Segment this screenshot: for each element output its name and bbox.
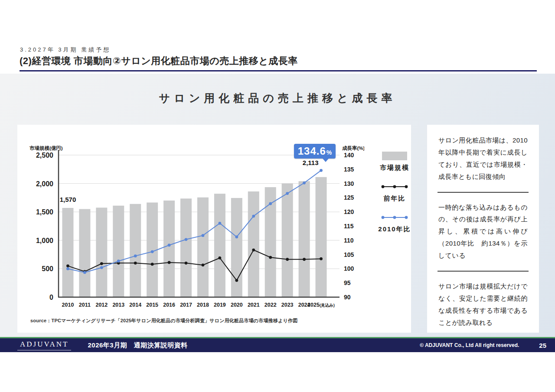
svg-text:2012: 2012 (95, 302, 108, 308)
svg-text:110: 110 (344, 237, 354, 244)
svg-text:500: 500 (42, 265, 53, 272)
page-title: (2)経営環境 市場動向②サロン用化粧品市場の売上推移と成長率 (20, 55, 298, 68)
svg-text:140: 140 (344, 152, 354, 159)
footer-document-title: 2026年3月期 通期決算説明資料 (88, 341, 187, 350)
page-number: 25 (539, 342, 546, 349)
growth-callout-value: 134.6 (298, 145, 326, 157)
svg-text:2017: 2017 (180, 302, 192, 308)
svg-text:2016: 2016 (163, 302, 175, 308)
svg-text:2025(見込み): 2025(見込み) (307, 302, 335, 308)
legend-line-swatch-yoy (379, 184, 410, 189)
legend-bar-swatch (382, 152, 407, 160)
svg-text:2019: 2019 (214, 302, 226, 308)
svg-text:2011: 2011 (79, 302, 91, 308)
svg-text:2014: 2014 (129, 302, 141, 308)
svg-text:2,000: 2,000 (36, 180, 53, 188)
growth-callout-unit: % (326, 149, 332, 156)
svg-text:成長率(%): 成長率(%) (342, 145, 364, 151)
svg-text:105: 105 (344, 251, 354, 258)
legend-item-vs2010: 2010年比 (372, 214, 417, 233)
svg-text:95: 95 (344, 279, 351, 286)
insight-block-1: サロン用化粧品市場は、2010年以降中長期で着実に成長しており、直近では市場規模… (437, 126, 529, 193)
legend-item-market-size: 市場規模 (372, 152, 417, 172)
legend-item-yoy: 前年比 (372, 183, 417, 203)
svg-text:2,500: 2,500 (36, 152, 53, 159)
svg-text:100: 100 (344, 265, 354, 272)
growth-callout-badge: 134.6 % (294, 144, 336, 159)
svg-text:0: 0 (49, 294, 53, 301)
svg-text:2022: 2022 (264, 302, 277, 308)
svg-text:130: 130 (344, 180, 354, 187)
svg-text:115: 115 (344, 223, 354, 230)
svg-text:135: 135 (344, 166, 354, 173)
callout-pointer (323, 159, 329, 162)
legend-label: 市場規模 (372, 164, 417, 172)
svg-text:2015: 2015 (146, 302, 158, 308)
legend-label: 2010年比 (372, 225, 417, 233)
chart-card: 05001,0001,5002,0002,5009095100105110115… (17, 125, 411, 333)
chart-legend: 市場規模 前年比 2010年比 (372, 152, 417, 245)
svg-text:2,113: 2,113 (303, 159, 319, 166)
svg-text:2020: 2020 (231, 302, 243, 308)
svg-text:125: 125 (344, 194, 354, 201)
svg-text:1,570: 1,570 (60, 196, 76, 203)
legend-line-swatch-vs2010 (379, 215, 410, 220)
section-eyebrow: 3.2027年 3月期 業績予想 (20, 46, 111, 54)
svg-text:1,000: 1,000 (36, 237, 53, 244)
footer-copyright: © ADJUVANT Co., Ltd All right reserved. (420, 342, 519, 348)
svg-text:2010: 2010 (62, 302, 74, 308)
svg-text:120: 120 (344, 208, 354, 215)
company-logo: ADJUVANT (17, 340, 71, 350)
insight-panel: サロン用化粧品市場は、2010年以降中長期で着実に成長しており、直近では市場規模… (427, 125, 539, 333)
source-note: source：TPCマーケティングリサーチ「2025年サロン用化粧品の市場分析調… (30, 317, 297, 324)
svg-text:2023: 2023 (281, 302, 294, 308)
svg-text:2021: 2021 (248, 302, 260, 308)
slide-body: サロン用化粧品の売上推移と成長率 05001,0001,5002,0002,50… (0, 74, 555, 337)
title-underline (20, 70, 537, 71)
svg-text:90: 90 (344, 294, 351, 301)
insight-block-3: サロン市場は規模拡大だけでなく、安定した需要と継続的な成長性を有する市場であるこ… (437, 272, 529, 338)
svg-text:2013: 2013 (112, 302, 124, 308)
market-chart-svg: 05001,0001,5002,0002,5009095100105110115… (17, 133, 364, 312)
svg-text:1,500: 1,500 (36, 208, 53, 216)
chart-main-title: サロン用化粧品の売上推移と成長率 (0, 91, 555, 105)
footer-bar: ADJUVANT 2026年3月期 通期決算説明資料 © ADJUVANT Co… (0, 337, 555, 352)
svg-text:市場規模(億円): 市場規模(億円) (29, 145, 63, 151)
legend-label: 前年比 (372, 194, 417, 203)
svg-text:2018: 2018 (197, 302, 209, 308)
insight-block-2: 一時的な落ち込みはあるものの、その後は成長率が再び上昇し、累積では高い伸び（20… (437, 193, 529, 272)
